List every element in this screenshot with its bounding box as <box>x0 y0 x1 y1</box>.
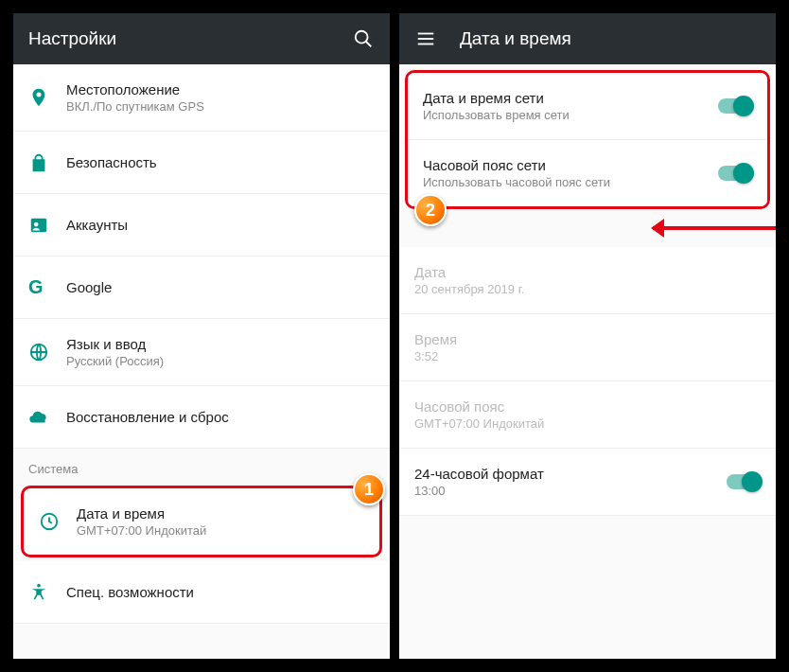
datetime-title: Дата и время <box>460 28 761 49</box>
item-title: Аккаунты <box>66 217 375 233</box>
settings-item-location[interactable]: Местоположение ВКЛ./По спутникам GPS <box>13 64 390 132</box>
item-title: Часовой пояс сети <box>423 157 718 173</box>
item-date: Дата 20 сентября 2019 г. <box>399 247 776 314</box>
cloud-icon <box>28 407 66 428</box>
annotation-badge-1: 1 <box>353 473 385 505</box>
item-subtitle: ВКЛ./По спутникам GPS <box>66 99 375 114</box>
clock-icon <box>39 511 77 532</box>
item-auto-time[interactable]: Дата и время сети Использовать время сет… <box>408 73 767 140</box>
google-icon: G <box>28 276 66 298</box>
settings-title: Настройки <box>28 28 329 49</box>
person-icon <box>28 215 66 236</box>
item-title: Дата и время <box>77 505 364 522</box>
settings-item-google[interactable]: G Google <box>13 256 390 319</box>
item-auto-timezone[interactable]: Часовой пояс сети Использовать часовой п… <box>408 140 767 206</box>
hamburger-icon[interactable] <box>414 27 437 50</box>
item-title: Язык и ввод <box>66 336 375 352</box>
item-title: Дата <box>414 264 761 280</box>
item-title: Часовой пояс <box>414 398 761 415</box>
settings-item-language[interactable]: Язык и ввод Русский (Россия) <box>13 319 390 386</box>
datetime-screen: Дата и время Дата и время сети Использов… <box>397 11 778 661</box>
auto-time-toggle[interactable] <box>718 98 752 114</box>
item-subtitle: 13:00 <box>414 484 727 498</box>
settings-list: Местоположение ВКЛ./По спутникам GPS Без… <box>13 64 390 659</box>
item-subtitle: 3:52 <box>414 349 761 363</box>
item-subtitle: 20 сентября 2019 г. <box>414 282 761 296</box>
svg-point-3 <box>34 221 39 226</box>
datetime-header: Дата и время <box>399 13 776 64</box>
item-subtitle: Русский (Россия) <box>66 354 375 368</box>
settings-item-accessibility[interactable]: Спец. возможности <box>13 561 390 624</box>
settings-screen: Настройки Местоположение ВКЛ./По спутник… <box>11 11 392 661</box>
datetime-list: Дата и время сети Использовать время сет… <box>399 64 776 659</box>
item-subtitle: GMT+07:00 Индокитай <box>414 416 761 431</box>
search-icon[interactable] <box>352 27 375 50</box>
location-icon <box>28 87 66 108</box>
settings-item-backup[interactable]: Восстановление и сброс <box>13 386 390 449</box>
format24-toggle[interactable] <box>727 474 761 489</box>
item-title: Дата и время сети <box>423 90 718 106</box>
accessibility-icon <box>28 582 66 603</box>
svg-line-1 <box>366 42 372 47</box>
item-title: Безопасность <box>66 154 375 170</box>
item-title: Спец. возможности <box>66 584 375 600</box>
settings-header: Настройки <box>13 13 390 64</box>
annotation-arrow <box>653 226 776 230</box>
item-title: Время <box>414 331 761 347</box>
settings-subheader-system: Система <box>13 449 390 482</box>
svg-point-0 <box>356 31 368 44</box>
highlighted-group: Дата и время сети Использовать время сет… <box>405 70 770 209</box>
globe-icon <box>28 342 66 363</box>
settings-item-accounts[interactable]: Аккаунты <box>13 194 390 256</box>
settings-item-datetime[interactable]: Дата и время GMT+07:00 Индокитай 1 <box>21 486 382 557</box>
item-time: Время 3:52 <box>399 314 776 381</box>
item-24h-format[interactable]: 24-часовой формат 13:00 <box>399 449 776 516</box>
item-subtitle: GMT+07:00 Индокитай <box>77 523 364 538</box>
item-title: Восстановление и сброс <box>66 409 375 425</box>
item-subtitle: Использовать часовой пояс сети <box>423 175 718 189</box>
lock-icon <box>28 152 66 173</box>
svg-point-6 <box>37 583 41 587</box>
subheader-text: Система <box>28 462 78 476</box>
auto-tz-toggle[interactable] <box>718 166 752 181</box>
annotation-badge-2: 2 <box>414 194 447 226</box>
item-timezone: Часовой пояс GMT+07:00 Индокитай <box>399 381 776 449</box>
settings-item-security[interactable]: Безопасность <box>13 132 390 194</box>
item-title: 24-часовой формат <box>414 466 727 482</box>
item-title: Местоположение <box>66 81 375 97</box>
item-subtitle: Использовать время сети <box>423 108 718 122</box>
item-title: Google <box>66 279 375 295</box>
